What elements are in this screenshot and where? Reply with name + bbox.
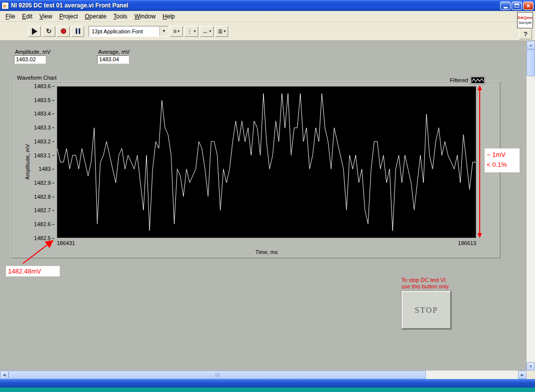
horizontal-scrollbar[interactable]: ◀ ▶ <box>0 371 527 379</box>
font-selector-dropdown[interactable]: ▼ <box>159 26 168 36</box>
vertical-scrollbar[interactable]: ▲ ▼ <box>527 41 535 371</box>
align-objects-button[interactable]: ≡ ▾ <box>170 26 183 37</box>
min-value-annotation: 1482.48mV <box>6 266 60 276</box>
stop-note-line2: use this button only <box>401 283 466 290</box>
resize-objects-button[interactable]: ↔ ▾ <box>200 26 214 37</box>
menubar: FileEditViewProjectOperateToolsWindowHel… <box>0 11 535 22</box>
menu-item-file[interactable]: File <box>2 12 18 21</box>
vertical-scroll-thumb[interactable] <box>527 49 535 76</box>
y-tick-label: 1483.6 <box>11 83 54 90</box>
stop-note: To stop DC test VI use this button only <box>401 277 466 290</box>
stop-button[interactable]: STOP <box>401 291 451 329</box>
vi-icon[interactable]: DAQmx Sample <box>517 12 533 28</box>
windows-taskbar[interactable] <box>0 379 535 388</box>
y-tick-label: 1482.9 <box>11 179 54 186</box>
y-tick-label: 1483.3 <box>11 124 54 131</box>
y-tick-label: 1483 <box>11 165 54 172</box>
scroll-up-button[interactable]: ▲ <box>527 41 535 49</box>
y-axis-title: Amplitude, mV <box>24 144 30 180</box>
restore-button[interactable] <box>512 1 522 10</box>
scrollbar-corner <box>527 371 535 379</box>
desktop-strip <box>0 388 535 392</box>
y-tick-label: 1482.8 <box>11 193 54 200</box>
x-axis-max-label: 186613 <box>441 240 476 246</box>
range-annotation-line2: < 0.1% <box>487 160 518 170</box>
distribute-objects-icon: ⋮ <box>187 28 193 35</box>
font-selector-value: 13pt Application Font <box>92 28 143 34</box>
stop-note-line1: To stop DC test VI <box>401 277 466 283</box>
toolbar: ↻ 13pt Application Font ▼ ≡ ▾ ⋮ ▾ ↔ ▾ ≣ … <box>0 22 535 41</box>
abort-icon <box>61 28 66 34</box>
y-axis-labels: 1483.61483.51483.41483.31483.21483.11483… <box>11 83 54 242</box>
waveform-trace <box>57 87 476 238</box>
chevron-down-icon: ▾ <box>209 29 211 33</box>
continuous-run-icon: ↻ <box>46 27 52 35</box>
waveform-chart[interactable]: 1483.61483.51483.41483.31483.21483.11483… <box>11 82 500 258</box>
pause-button[interactable] <box>71 26 84 37</box>
y-tick-label: 1483.2 <box>11 138 54 145</box>
abort-button[interactable] <box>57 26 70 37</box>
plot-legend[interactable]: Filtered <box>450 76 485 85</box>
y-tick-label: 1482.5 <box>11 235 54 242</box>
range-annotation: ~ 1mV < 0.1% <box>485 148 520 172</box>
x-axis-title: Time, ms <box>57 249 476 255</box>
chevron-down-icon: ▾ <box>194 29 196 33</box>
run-icon <box>32 28 37 35</box>
scroll-down-button[interactable]: ▼ <box>527 362 535 371</box>
range-annotation-line1: ~ 1mV <box>487 150 518 160</box>
minimize-icon <box>504 7 508 8</box>
scroll-left-button[interactable]: ◀ <box>0 371 8 379</box>
close-button[interactable]: × <box>523 1 534 10</box>
menu-item-edit[interactable]: Edit <box>18 12 36 21</box>
pause-icon <box>76 28 77 34</box>
x-axis-min-label: 186431 <box>57 240 75 246</box>
font-selector[interactable]: 13pt Application Font ▼ <box>89 26 168 37</box>
reorder-button[interactable]: ≣ ▾ <box>215 26 228 37</box>
restore-icon <box>515 3 519 7</box>
context-help-button[interactable]: ? <box>519 29 532 39</box>
vi-icon-text-2: Sample <box>518 20 532 25</box>
window-controls: × <box>500 1 534 10</box>
menu-item-project[interactable]: Project <box>56 12 81 21</box>
vi-icon-text-1: DAQmx <box>518 15 532 20</box>
resize-objects-icon: ↔ <box>202 28 208 35</box>
y-tick-label: 1483.4 <box>11 110 54 117</box>
labview-window: NI 9205 DC test 01 average.vi Front Pane… <box>0 0 535 392</box>
average-indicator-label: Average, mV <box>98 49 130 55</box>
menu-item-window[interactable]: Window <box>131 12 159 21</box>
average-indicator-value: 1483.04 <box>97 55 129 64</box>
menu-item-view[interactable]: View <box>36 12 56 21</box>
continuous-run-button[interactable]: ↻ <box>42 26 55 37</box>
menu-item-operate[interactable]: Operate <box>81 12 110 21</box>
titlebar[interactable]: NI 9205 DC test 01 average.vi Front Pane… <box>0 0 535 11</box>
front-panel: Amplitude, mV 1483.02 Average, mV 1483.0… <box>0 41 527 371</box>
amplitude-indicator-value: 1483.02 <box>14 55 46 64</box>
y-tick-label: 1482.7 <box>11 207 54 214</box>
distribute-objects-button[interactable]: ⋮ ▾ <box>184 26 198 37</box>
plot-legend-name: Filtered <box>450 77 468 83</box>
chevron-down-icon: ▾ <box>224 29 226 33</box>
waveform-chart-label: Waveform Chart <box>17 75 57 81</box>
window-title: NI 9205 DC test 01 average.vi Front Pane… <box>11 2 500 9</box>
menu-item-help[interactable]: Help <box>159 12 178 21</box>
align-objects-icon: ≡ <box>173 28 176 35</box>
chevron-down-icon: ▾ <box>178 29 180 33</box>
menu-item-tools[interactable]: Tools <box>110 12 131 21</box>
minimize-button[interactable] <box>500 1 511 10</box>
y-tick-label: 1482.6 <box>11 221 54 228</box>
y-tick-label: 1483.5 <box>11 97 54 104</box>
chart-plot-area[interactable] <box>57 86 476 238</box>
labview-app-icon <box>1 2 9 9</box>
run-button[interactable] <box>28 26 41 37</box>
scroll-right-button[interactable]: ▶ <box>518 371 527 379</box>
y-tick-label: 1483.1 <box>11 152 54 159</box>
reorder-icon: ≣ <box>218 28 223 35</box>
amplitude-indicator-label: Amplitude, mV <box>15 49 51 55</box>
horizontal-scroll-thumb[interactable] <box>8 371 426 379</box>
waveform-legend-icon <box>471 77 485 84</box>
